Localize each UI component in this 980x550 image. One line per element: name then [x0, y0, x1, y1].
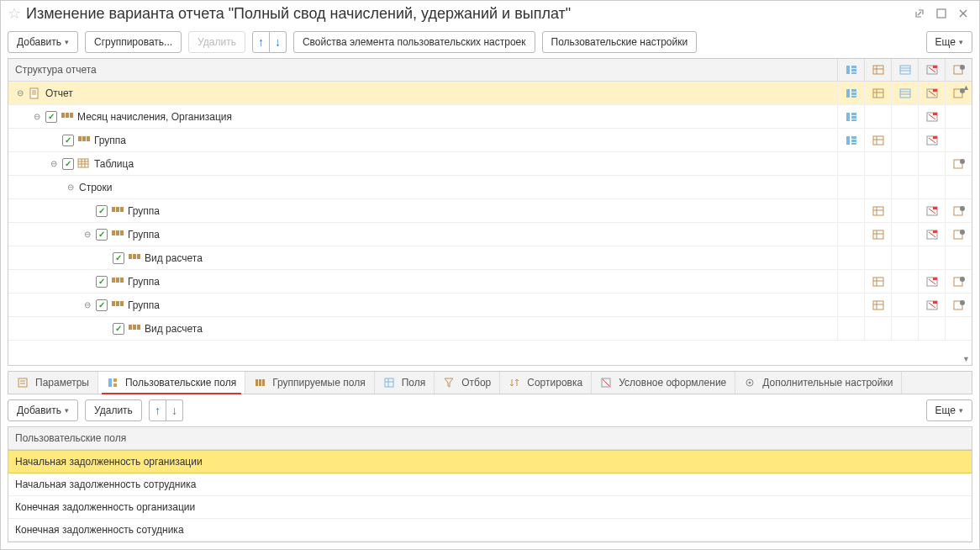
tab-t6[interactable]: Условное оформление	[592, 372, 735, 394]
collapse-icon[interactable]: ⊖	[82, 300, 92, 310]
favorite-star-icon[interactable]: ☆	[8, 4, 21, 23]
checkbox[interactable]	[113, 323, 124, 335]
row-status-icon[interactable]	[945, 294, 972, 316]
tab-icon	[508, 377, 522, 389]
row-status-icon[interactable]	[864, 270, 891, 293]
lower-add-button[interactable]: Добавить▾	[8, 399, 78, 421]
row-status-icon[interactable]	[918, 199, 945, 222]
list-item[interactable]: Начальная задолженность сотрудника	[8, 473, 972, 496]
svg-rect-21	[851, 93, 856, 95]
more-button[interactable]: Еще▾	[926, 31, 972, 53]
user-settings-button[interactable]: Пользовательские настройки	[542, 31, 698, 53]
collapse-icon[interactable]: ⊖	[15, 88, 25, 98]
header-col-1[interactable]	[837, 59, 864, 81]
tree-row[interactable]: ⊖Месяц начисления, Организация	[8, 105, 972, 129]
svg-rect-8	[900, 66, 910, 74]
svg-point-60	[960, 159, 965, 164]
row-status-icon[interactable]	[918, 82, 945, 104]
svg-rect-44	[87, 136, 90, 141]
header-col-4[interactable]	[918, 59, 945, 81]
tree-row[interactable]: ⊖Группа	[8, 294, 972, 317]
lower-more-button[interactable]: Еще▾	[926, 399, 972, 421]
row-status-icon[interactable]	[918, 294, 945, 316]
grp-icon	[77, 135, 91, 146]
row-status-icon[interactable]	[918, 105, 945, 128]
row-status-icon[interactable]	[945, 199, 972, 222]
tab-t2[interactable]: Группируемые поля	[245, 372, 374, 394]
group-button[interactable]: Сгруппировать...	[85, 31, 182, 53]
checkbox[interactable]	[96, 205, 108, 217]
svg-rect-3	[851, 69, 856, 71]
custom-element-props-button[interactable]: Свойства элемента пользовательских настр…	[293, 31, 535, 53]
svg-rect-72	[116, 230, 119, 235]
svg-rect-73	[120, 230, 124, 235]
list-item[interactable]: Начальная задолженность организации	[8, 450, 972, 473]
svg-rect-81	[129, 254, 132, 259]
row-status-icon[interactable]	[837, 82, 864, 104]
checkbox[interactable]	[96, 229, 108, 241]
checkbox[interactable]	[113, 252, 124, 264]
svg-rect-42	[78, 136, 82, 141]
row-status-icon[interactable]	[945, 223, 972, 246]
row-status-icon[interactable]	[837, 129, 864, 151]
lower-delete-button[interactable]: Удалить	[85, 399, 142, 421]
row-status-icon[interactable]	[918, 129, 945, 151]
grp-icon	[111, 299, 124, 311]
checkbox[interactable]	[62, 158, 74, 170]
header-col-5[interactable]	[945, 59, 972, 81]
checkbox[interactable]	[96, 299, 108, 311]
header-col-2[interactable]	[864, 59, 891, 81]
tree-row[interactable]: Группа	[8, 270, 972, 294]
tree-row[interactable]: ⊖Строки	[8, 176, 972, 199]
row-status-icon[interactable]	[864, 129, 891, 151]
row-status-icon[interactable]	[864, 82, 891, 104]
svg-point-14	[960, 65, 965, 70]
tab-label: Поля	[402, 377, 426, 389]
tree-row[interactable]: ⊖Отчет	[8, 82, 972, 105]
collapse-icon[interactable]: ⊖	[32, 112, 42, 122]
tab-t4[interactable]: Отбор	[435, 372, 500, 394]
collapse-icon[interactable]: ⊖	[66, 182, 76, 193]
add-button[interactable]: Добавить▾	[8, 31, 78, 53]
close-icon[interactable]	[954, 4, 972, 23]
svg-rect-1	[846, 66, 850, 74]
list-item[interactable]: Конечная задолженность сотудника	[8, 519, 972, 542]
row-status-icon[interactable]	[891, 82, 918, 104]
list-item[interactable]: Конечная задолженность организации	[8, 496, 972, 519]
row-status-icon[interactable]	[918, 270, 945, 293]
row-status-icon[interactable]	[945, 270, 972, 293]
row-status-icon[interactable]	[864, 199, 891, 222]
tab-t0[interactable]: Параметры	[8, 372, 98, 394]
tab-t5[interactable]: Сортировка	[500, 372, 592, 394]
tab-t3[interactable]: Поля	[375, 372, 435, 394]
row-status-icon[interactable]	[918, 223, 945, 246]
tree-row[interactable]: Группа	[8, 199, 972, 223]
row-status-icon[interactable]	[837, 105, 864, 128]
checkbox[interactable]	[96, 276, 108, 288]
tree-row[interactable]: Группа	[8, 129, 972, 152]
move-up-button[interactable]: ↑	[252, 31, 270, 53]
header-col-3[interactable]	[891, 59, 918, 81]
tab-t1[interactable]: Пользовательские поля	[98, 372, 245, 394]
tree-row[interactable]: ⊖Группа	[8, 223, 972, 246]
maximize-icon[interactable]	[932, 4, 951, 23]
collapse-icon[interactable]: ⊖	[49, 159, 59, 169]
svg-rect-5	[873, 66, 883, 74]
lowlist-header: Пользовательские поля	[8, 427, 972, 450]
tree-row[interactable]: Вид расчета	[8, 317, 972, 341]
svg-rect-39	[851, 119, 856, 121]
lower-move-up-button[interactable]: ↑	[149, 399, 166, 421]
row-status-icon[interactable]	[945, 152, 972, 175]
lower-move-down-button[interactable]: ↓	[166, 399, 183, 421]
checkbox[interactable]	[62, 135, 74, 146]
tree-row[interactable]: Вид расчета	[8, 246, 972, 270]
link-icon[interactable]	[910, 4, 929, 23]
move-down-button[interactable]: ↓	[270, 31, 287, 53]
grp-icon	[111, 205, 124, 217]
tree-row[interactable]: ⊖Таблица	[8, 152, 972, 176]
row-status-icon[interactable]	[864, 223, 891, 246]
tab-t7[interactable]: Дополнительные настройки	[735, 372, 902, 394]
row-status-icon[interactable]	[864, 294, 891, 316]
checkbox[interactable]	[45, 111, 57, 123]
collapse-icon[interactable]: ⊖	[82, 230, 92, 240]
